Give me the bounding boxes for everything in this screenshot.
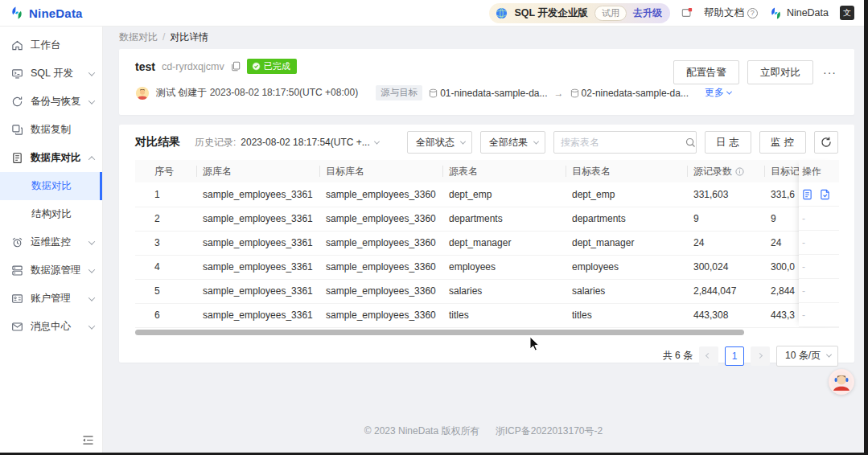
language-switch-icon[interactable]: 文: [840, 6, 854, 20]
window-edge-right: [864, 0, 868, 455]
datasource-icon: [429, 88, 438, 98]
no-action-dash: -: [802, 309, 805, 321]
refresh-icon: [821, 137, 832, 148]
help-docs-link[interactable]: 帮助文档 ?: [704, 6, 758, 20]
sidebar-item-sql-dev[interactable]: SQL 开发: [0, 59, 102, 88]
history-select[interactable]: 历史记录: 2023-08-02 18:17:54(UTC +...: [195, 136, 379, 150]
operation-column: 操作 -----: [799, 160, 839, 327]
breadcrumb: 数据对比 / 对比详情: [103, 27, 864, 47]
table-row: 6sample_employees_3361sample_employees_3…: [135, 303, 839, 327]
sidebar-item-backup-restore[interactable]: 备份与恢复: [0, 88, 102, 116]
sidebar-item-label: 备份与恢复: [31, 95, 81, 109]
cell-source-db: sample_employees_3361: [196, 182, 319, 207]
cell-target-table: salaries: [566, 279, 687, 303]
search-input[interactable]: [561, 137, 685, 148]
sidebar-item-message-center[interactable]: 消息中心: [0, 313, 102, 341]
datasource-icon: [11, 264, 23, 277]
sidebar-item-workbench[interactable]: 工作台: [0, 31, 102, 59]
footer: © 2023 NineData 版权所有 浙ICP备2022013170号-2: [103, 424, 864, 438]
chevron-down-icon: [88, 97, 95, 104]
logs-button[interactable]: 日志: [705, 131, 751, 154]
task-name: test: [135, 60, 155, 73]
sidebar-item-db-compare[interactable]: 数据库对比: [0, 144, 102, 172]
customer-support-button[interactable]: [829, 369, 854, 395]
collapse-sidebar-icon[interactable]: [82, 435, 94, 448]
cell-target-db: sample_employees_3360: [319, 279, 442, 303]
sidebar-item-structure-compare[interactable]: 结构对比: [0, 200, 102, 228]
cell-target-table: dept_manager: [566, 231, 687, 255]
table-row: 3sample_employees_3361sample_employees_3…: [135, 231, 839, 255]
brand-name: NineData: [29, 6, 83, 20]
table-row: 4sample_employees_3361sample_employees_3…: [135, 255, 839, 279]
sidebar-item-account-mgmt[interactable]: 账户管理: [0, 285, 102, 313]
task-id: cd-ryrdxqjcmv: [162, 61, 224, 72]
more-detail-link[interactable]: 更多: [705, 86, 731, 100]
operation-cell: [799, 182, 839, 207]
cell-source-db: sample_employees_3361: [196, 231, 319, 255]
breadcrumb-current: 对比详情: [170, 31, 208, 44]
datasource-icon: [570, 88, 579, 98]
sidebar-item-label: 数据源管理: [31, 264, 81, 277]
sidebar-item-label: SQL 开发: [31, 67, 73, 80]
main-content: 数据对比 / 对比详情 test cd-ryrdxqjcmv 已完成 配置告警 …: [103, 27, 864, 453]
view-report-icon[interactable]: [802, 189, 812, 200]
horizontal-scrollbar: [135, 330, 839, 335]
upgrade-link[interactable]: 去升级: [633, 6, 662, 20]
notification-icon[interactable]: [681, 7, 693, 18]
status-filter-select[interactable]: 全部状态: [407, 131, 472, 154]
cell-no: 6: [135, 303, 196, 327]
table-row: 1sample_employees_3361sample_employees_3…: [135, 182, 839, 207]
replication-icon: [11, 124, 23, 136]
terminal-icon: [11, 68, 23, 80]
breadcrumb-data-compare[interactable]: 数据对比: [119, 31, 158, 44]
account-menu[interactable]: NineData: [769, 6, 829, 20]
cell-source-db: sample_employees_3361: [196, 255, 319, 279]
sidebar-item-label: 工作台: [31, 39, 61, 52]
status-badge: 已完成: [247, 59, 297, 74]
sidebar-item-label: 数据复制: [31, 123, 71, 137]
sidebar-item-label: 运维监控: [31, 236, 71, 249]
target-datasource[interactable]: 02-ninedata-sample-da...: [570, 88, 689, 99]
cell-source-records: 443,308: [687, 303, 764, 327]
operation-cell: -: [799, 207, 839, 231]
col-source-table: 源表名: [442, 160, 566, 182]
sidebar-item-data-replication[interactable]: 数据复制: [0, 116, 102, 144]
chevron-down-icon: [88, 69, 95, 76]
cell-source-table: departments: [442, 207, 566, 231]
compare-now-button[interactable]: 立即对比: [747, 60, 813, 84]
page-1-button[interactable]: 1: [725, 346, 744, 366]
sidebar-item-label: 消息中心: [31, 320, 71, 334]
plan-pill: SQL 开发企业版 试用 去升级: [489, 3, 669, 23]
creator-info: 测试 创建于 2023-08-02 18:17:50(UTC +08:00): [156, 86, 358, 100]
scrollbar-thumb[interactable]: [135, 330, 744, 335]
brand[interactable]: NineData: [10, 6, 83, 20]
cell-target-table: dept_emp: [566, 182, 687, 207]
config-alert-button[interactable]: 配置告警: [673, 60, 739, 84]
page-size-select[interactable]: 10 条/页: [776, 346, 838, 367]
monitor-button[interactable]: 监控: [759, 131, 806, 154]
more-actions-button[interactable]: ···: [821, 66, 838, 79]
info-icon[interactable]: [735, 167, 744, 176]
search-icon[interactable]: [685, 137, 696, 148]
export-result-icon[interactable]: [820, 189, 830, 200]
no-action-dash: -: [802, 213, 805, 224]
result-filter-select[interactable]: 全部结果: [480, 131, 545, 154]
col-target-db: 目标库名: [319, 160, 442, 182]
copy-icon[interactable]: [231, 61, 241, 72]
ninedata-logo-icon: [10, 6, 24, 20]
prev-page-button[interactable]: [699, 346, 718, 366]
col-source-db: 源库名: [196, 160, 319, 182]
cell-target-db: sample_employees_3360: [319, 231, 442, 255]
chevron-down-icon: [88, 266, 95, 273]
cell-source-table: titles: [442, 303, 566, 327]
chevron-down-icon: [726, 89, 732, 95]
chevron-down-icon: [88, 322, 95, 329]
sidebar-item-data-compare[interactable]: 数据对比: [0, 172, 102, 200]
next-page-button[interactable]: [751, 346, 770, 366]
results-card: 对比结果 历史记录: 2023-08-02 18:17:54(UTC +... …: [119, 125, 854, 363]
refresh-button[interactable]: [814, 131, 838, 154]
source-datasource[interactable]: 01-ninedata-sample-da...: [429, 88, 547, 99]
sidebar-item-datasource-mgmt[interactable]: 数据源管理: [0, 256, 102, 285]
no-action-dash: -: [802, 237, 805, 248]
sidebar-item-ops-monitor[interactable]: 运维监控: [0, 228, 102, 256]
